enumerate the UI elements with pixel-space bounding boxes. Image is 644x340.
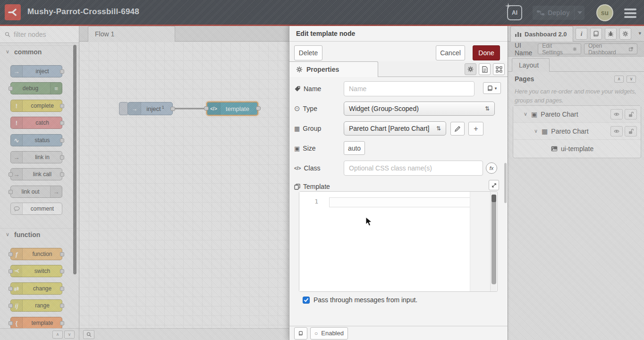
ui-template-node-selected[interactable]: </> template [206,102,258,116]
wire[interactable] [171,102,209,116]
visibility-eye-button[interactable] [610,126,623,136]
type-select[interactable]: Widget (Group-Scoped) ⇅ [344,102,495,116]
chevron-down-icon[interactable]: ∨ [524,111,527,117]
tree-row-group[interactable]: ∨ ▦ Pareto Chart [513,123,641,140]
fx-button[interactable]: fx [486,162,497,174]
palette-node-template[interactable]: { template [10,317,62,329]
output-port[interactable] [170,107,175,111]
delete-button[interactable]: Delete [294,45,322,60]
palette-scrollbar[interactable] [73,45,76,274]
palette-node-comment[interactable]: comment [10,203,62,215]
open-dashboard-button[interactable]: Open Dashboard [584,43,637,54]
expand-editor-button[interactable] [489,180,499,190]
name-library-button[interactable]: ▾ [483,82,501,94]
output-port[interactable] [60,138,64,143]
palette-category-common[interactable]: ∨ common [0,45,79,58]
line-number: 1 [314,198,318,205]
output-port[interactable] [60,69,64,74]
canvas-search-button[interactable] [83,330,94,339]
node-enabled-toggle[interactable]: ○ Enabled [310,327,348,340]
node-appearance-button[interactable] [493,63,505,75]
output-port[interactable] [60,269,64,273]
input-port[interactable] [8,287,13,291]
input-port[interactable] [8,252,13,256]
visibility-eye-button[interactable] [610,109,623,119]
user-avatar[interactable]: su [596,4,613,21]
expand-all-button[interactable]: ∨ [64,331,75,339]
canvas-grid[interactable]: → inject1 </> template [79,42,289,328]
chevron-down-icon[interactable]: ∨ [534,128,538,134]
deploy-options-button[interactable] [574,6,585,20]
input-port[interactable] [8,172,13,177]
inject-trigger-button[interactable] [119,102,128,115]
template-code-editor[interactable]: 1 [299,191,498,292]
palette-category-function[interactable]: ∨ function [0,228,79,240]
tab-dashboard[interactable]: Dashboard 2.0 [510,26,573,42]
size-button[interactable]: auto [344,141,365,155]
editor-scrollbar[interactable] [490,192,497,291]
palette-node-catch[interactable]: ! catch [10,117,62,129]
cancel-button[interactable]: Cancel [436,45,465,60]
output-port[interactable] [60,104,64,108]
ai-assistant-button[interactable]: AI [507,5,522,20]
edit-settings-button[interactable]: Edit Settings [538,43,581,54]
output-port[interactable] [60,172,64,177]
output-port[interactable] [60,287,64,291]
palette-node-change[interactable]: ⇄ change [10,282,62,295]
done-button[interactable]: Done [473,45,500,60]
palette-node-link-out[interactable]: → link out [10,186,62,198]
palette-node-complete[interactable]: ! complete [10,100,62,112]
input-port[interactable] [8,321,13,325]
debug-bug-button[interactable] [605,28,617,40]
main-menu-button[interactable] [623,7,637,19]
palette-node-debug[interactable]: ≡ debug [10,82,62,94]
info-button[interactable]: i [576,28,587,40]
inject-node[interactable]: → inject1 [127,102,173,115]
group-select[interactable]: Pareto Chart [Pareto Chart] ⇅ [344,121,446,136]
palette-node-link-in[interactable]: → link in [10,151,62,163]
sidebar-menu-caret[interactable]: ▾ [638,30,641,36]
output-port[interactable] [60,121,64,125]
lock-button[interactable] [625,126,637,136]
node-description-button[interactable] [479,63,491,75]
input-port[interactable] [204,106,209,110]
output-port[interactable] [60,304,64,308]
input-port[interactable] [8,304,13,308]
input-port[interactable] [8,190,13,194]
pages-collapse-button[interactable]: ∧ [614,76,624,83]
palette-node-status[interactable]: ∿ status [10,134,62,146]
palette-node-switch[interactable]: Y switch [10,265,62,277]
tab-properties[interactable]: Properties [289,61,378,77]
input-port[interactable] [8,269,13,273]
output-port[interactable] [256,106,261,110]
output-port[interactable] [60,155,64,160]
output-port[interactable] [60,321,64,325]
node-settings-button[interactable] [465,63,476,75]
tray-scrollbar[interactable] [504,163,507,203]
palette-node-range[interactable]: ij range [10,299,62,312]
add-group-button[interactable]: + [468,122,483,136]
deploy-button[interactable]: Deploy [533,6,574,20]
tree-row-widget[interactable]: ui-template [513,140,641,158]
palette-node-inject[interactable]: → inject [10,65,62,77]
flow-canvas[interactable]: Flow 1 → inject1 </> template [79,26,289,340]
edit-group-button[interactable] [450,122,465,136]
help-book-button[interactable] [590,28,602,40]
settings-gear-button[interactable] [619,28,631,40]
collapse-all-button[interactable]: ∧ [52,331,63,339]
lock-button[interactable] [625,109,637,119]
node-help-book-button[interactable] [294,327,307,340]
class-input[interactable] [344,161,483,176]
name-input[interactable] [344,81,475,96]
passthrough-checkbox[interactable] [303,297,310,304]
palette-node-link-call[interactable]: → link call [10,168,62,180]
output-port[interactable] [60,252,64,256]
exclamation-icon: ! [11,117,23,128]
tree-row-page[interactable]: ∨ ▣ Pareto Chart [513,106,641,123]
input-port[interactable] [8,86,13,91]
flow-tab[interactable]: Flow 1 [88,26,175,42]
palette-filter[interactable]: filter nodes [0,26,79,43]
palette-node-function[interactable]: ƒ function [10,248,62,260]
tab-layout[interactable]: Layout [512,58,550,72]
pages-expand-button[interactable]: ∨ [627,76,636,83]
